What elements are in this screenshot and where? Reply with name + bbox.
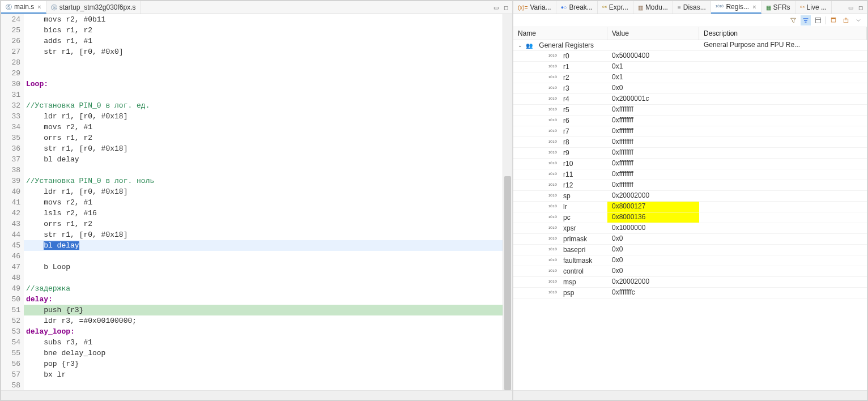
view-menu-icon[interactable] [853, 15, 863, 25]
register-name: r4 [563, 95, 569, 103]
close-icon[interactable]: × [752, 3, 756, 10]
register-row[interactable]: ¹⁰¹⁰ r110xffffffff [513, 169, 867, 180]
pin-icon[interactable] [828, 15, 839, 25]
code-line[interactable] [24, 251, 503, 262]
code-line[interactable]: subs r3, #1 [24, 337, 503, 348]
code-line[interactable]: bics r1, r2 [24, 25, 503, 36]
code-line[interactable] [24, 68, 503, 79]
code-line[interactable]: delay_loop: [24, 326, 503, 337]
vertical-scrollbar[interactable] [503, 14, 512, 390]
code-line[interactable]: adds r1, #1 [24, 36, 503, 46]
code-line[interactable]: orrs r1, r2 [24, 133, 503, 143]
registers-table[interactable]: Name Value Description ⌄👥 General Regist… [513, 27, 867, 390]
code-line[interactable]: movs r2, #1 [24, 122, 503, 133]
register-row[interactable]: ¹⁰¹⁰ r80xffffffff [513, 137, 867, 148]
code-line[interactable]: movs r2, #0b11 [24, 14, 503, 25]
register-row[interactable]: ¹⁰¹⁰ basepri0x0 [513, 245, 867, 255]
register-row[interactable]: ¹⁰¹⁰ sp0x20002000 [513, 191, 867, 202]
code-line[interactable] [24, 57, 503, 68]
col-name[interactable]: Name [513, 27, 607, 40]
code-line[interactable] [24, 380, 503, 390]
tab-regis[interactable]: ¹⁰¹⁰ Regis... × [711, 1, 761, 14]
tab-startup-s[interactable]: Ⓢ startup_stm32g030f6px.s [46, 1, 141, 14]
minimize-icon[interactable]: ▭ [846, 3, 854, 11]
code-area[interactable]: movs r2, #0b11 bics r1, r2 adds r1, #1 s… [24, 14, 503, 390]
register-row[interactable]: ¹⁰¹⁰ psp0xfffffffc [513, 288, 867, 298]
export-icon[interactable] [841, 15, 851, 25]
code-line[interactable]: bne delay_loop [24, 348, 503, 359]
register-row[interactable]: ¹⁰¹⁰ primask0x0 [513, 234, 867, 245]
code-line[interactable]: //Установка PIN_0 в лог. ноль [24, 176, 503, 186]
tree-filter-icon[interactable] [801, 15, 811, 25]
minimize-icon[interactable]: ▭ [492, 3, 500, 11]
register-row[interactable]: ¹⁰¹⁰ faultmask0x0 [513, 255, 867, 266]
line-number: 52 [1, 315, 20, 326]
register-row[interactable]: ¹⁰¹⁰ r50xffffffff [513, 105, 867, 116]
code-line[interactable]: //Установка PIN_0 в лог. ед. [24, 100, 503, 111]
code-line[interactable]: ▶ push {r3} [24, 305, 503, 315]
register-value: 0x1 [607, 72, 699, 83]
register-row[interactable]: ¹⁰¹⁰ r120xffffffff [513, 180, 867, 191]
code-line[interactable]: bx lr [24, 369, 503, 380]
code-line[interactable]: Loop: [24, 79, 503, 89]
tab-varia[interactable]: (x)= Varia... [513, 1, 556, 14]
line-number: 24 [1, 14, 20, 25]
code-line[interactable]: str r1, [r0, #0x0] [24, 46, 503, 57]
code-line[interactable]: //задержка [24, 283, 503, 294]
code-line[interactable]: pop {r3} [24, 359, 503, 369]
register-row[interactable]: ¹⁰¹⁰ r10x1 [513, 62, 867, 72]
maximize-icon[interactable]: ◻ [502, 3, 510, 11]
register-row[interactable]: ¹⁰¹⁰ r90xffffffff [513, 148, 867, 159]
code-line[interactable] [24, 165, 503, 176]
register-row[interactable]: ¹⁰¹⁰ r00x50000400 [513, 51, 867, 62]
tab-main-s[interactable]: Ⓢ main.s × [1, 1, 46, 14]
register-row[interactable]: ¹⁰¹⁰ r40x2000001c [513, 94, 867, 105]
register-name: r2 [563, 74, 569, 82]
layout-icon[interactable] [813, 15, 823, 25]
register-row[interactable]: ¹⁰¹⁰ lr0x8000127 [513, 202, 867, 212]
code-line[interactable]: delay: [24, 294, 503, 305]
code-line[interactable]: ldr r1, [r0, #0x18] [24, 186, 503, 197]
code-line[interactable] [24, 89, 503, 100]
tab-live[interactable]: ᵉˣ Live ... [795, 1, 832, 14]
col-value[interactable]: Value [607, 27, 699, 40]
code-line[interactable]: bl delay [24, 240, 503, 251]
chevron-down-icon[interactable]: ⌄ [518, 42, 524, 48]
register-row[interactable]: ¹⁰¹⁰ pc0x8000136 [513, 212, 867, 223]
horizontal-scrollbar[interactable] [513, 390, 867, 400]
code-line[interactable]: orrs r1, r2 [24, 219, 503, 229]
code-line[interactable]: ldr r1, [r0, #0x18] [24, 111, 503, 122]
register-row[interactable]: ¹⁰¹⁰ xpsr0x1000000 [513, 223, 867, 234]
register-row[interactable]: ¹⁰¹⁰ r20x1 [513, 72, 867, 83]
tab-sfrs[interactable]: ▦ SFRs [761, 1, 795, 14]
register-row[interactable]: ¹⁰¹⁰ r30x0 [513, 83, 867, 94]
code-line[interactable]: lsls r2, #16 [24, 208, 503, 219]
tab-modu[interactable]: ▥ Modu... [633, 1, 673, 14]
tab-expr[interactable]: ᵉˣ Expr... [598, 1, 633, 14]
code-line[interactable]: b Loop [24, 262, 503, 272]
code-line[interactable]: str r1, [r0, #0x18] [24, 229, 503, 240]
code-line[interactable]: str r1, [r0, #0x18] [24, 143, 503, 154]
register-value: 0x1000000 [607, 223, 699, 233]
col-description[interactable]: Description [699, 27, 867, 40]
register-name: basepri [563, 246, 585, 254]
filter-icon[interactable] [788, 15, 798, 25]
editor-body[interactable]: 2425262728293031323334353637383940414243… [1, 14, 512, 390]
register-group-row[interactable]: ⌄👥 General Registers General Purpose and… [513, 40, 867, 51]
code-line[interactable]: bl delay [24, 154, 503, 165]
register-row[interactable]: ¹⁰¹⁰ r100xffffffff [513, 159, 867, 169]
scroll-thumb[interactable] [504, 176, 511, 390]
register-icon: ¹⁰¹⁰ [548, 118, 557, 124]
register-row[interactable]: ¹⁰¹⁰ control0x0 [513, 266, 867, 277]
register-row[interactable]: ¹⁰¹⁰ r60xffffffff [513, 116, 867, 126]
tab-disas[interactable]: ≡ Disas... [673, 1, 711, 14]
code-line[interactable]: ldr r3, =#0x00100000; [24, 315, 503, 326]
register-row[interactable]: ¹⁰¹⁰ r70xffffffff [513, 126, 867, 137]
maximize-icon[interactable]: ◻ [857, 3, 865, 11]
horizontal-scrollbar[interactable] [1, 390, 512, 400]
code-line[interactable] [24, 272, 503, 283]
tab-break[interactable]: ●○ Break... [556, 1, 598, 14]
register-row[interactable]: ¹⁰¹⁰ msp0x20002000 [513, 277, 867, 288]
code-line[interactable]: movs r2, #1 [24, 197, 503, 208]
close-icon[interactable]: × [37, 3, 41, 10]
